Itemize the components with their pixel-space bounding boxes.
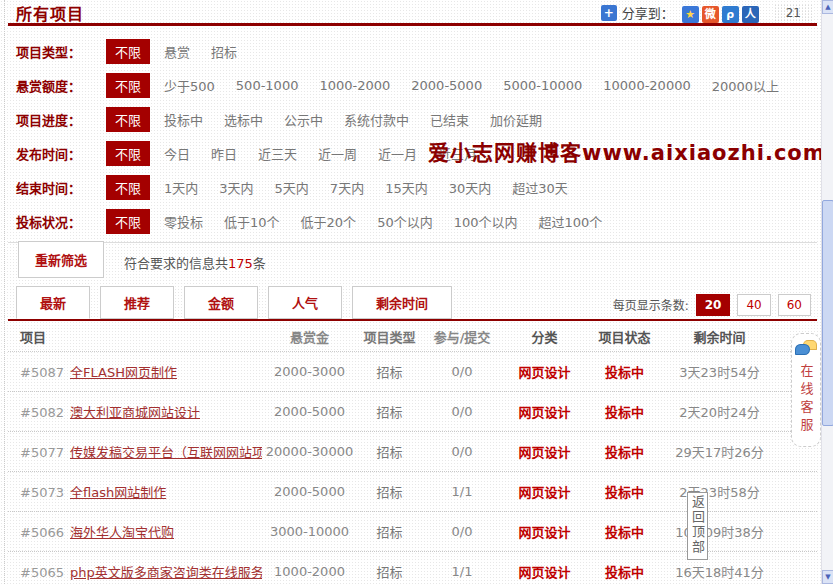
project-id: #5066	[20, 525, 64, 540]
filter-label: 项目类型：	[16, 42, 106, 61]
filter-option[interactable]: 不限	[106, 73, 150, 98]
project-cell: #5087全FLASH网页制作	[8, 362, 262, 381]
share-label: 分享到：	[622, 3, 674, 22]
share-plus-icon[interactable]: +	[601, 5, 617, 21]
filter-option[interactable]: 100个以内	[454, 212, 518, 231]
filter-option[interactable]: 零投标	[164, 212, 203, 231]
category-link[interactable]: 网页设计	[502, 442, 587, 461]
filter-option[interactable]: 30天内	[449, 178, 492, 197]
refilter-button[interactable]: 重新筛选	[18, 241, 104, 278]
filter-option[interactable]: 50个以内	[377, 212, 433, 231]
filter-option[interactable]: 今日	[164, 144, 190, 163]
filter-option[interactable]: 5000-10000	[503, 78, 582, 93]
filter-row-1: 悬赏额度：不限少于500500-10001000-20002000-500050…	[16, 68, 817, 102]
scrollbar-down-arrow-icon[interactable]: ▼	[822, 570, 833, 584]
filter-option[interactable]: 公示中	[284, 110, 323, 129]
category-link[interactable]: 网页设计	[502, 562, 587, 581]
tab-金额[interactable]: 金额	[184, 286, 258, 319]
filter-option[interactable]: 投标中	[164, 110, 203, 129]
filter-option[interactable]: 超过100个	[539, 212, 603, 231]
participation-cell: 0/0	[422, 444, 502, 459]
filter-option[interactable]: 近一周	[318, 144, 357, 163]
filter-option[interactable]: 1天内	[164, 178, 198, 197]
remaining-time-cell: 2天20时24分	[662, 402, 777, 421]
filter-option[interactable]: 选标中	[224, 110, 263, 129]
project-title-link[interactable]: 澳大利亚商城网站设计	[70, 405, 200, 420]
category-link[interactable]: 网页设计	[502, 402, 587, 421]
filter-option[interactable]: 不限	[106, 175, 150, 200]
project-title-link[interactable]: php英文版多商家咨询类在线服务平台	[70, 565, 262, 580]
filter-option[interactable]: 近一月	[378, 144, 417, 163]
sort-tabs: 最新推荐金额人气剩余时间	[16, 286, 462, 319]
per-page-option[interactable]: 20	[696, 294, 731, 316]
status-cell: 投标中	[587, 402, 662, 421]
filter-label: 结束时间：	[16, 178, 106, 197]
filter-option[interactable]: 低于10个	[224, 212, 280, 231]
filter-option[interactable]: 招标	[211, 42, 237, 61]
scrollbar-up-arrow-icon[interactable]: ▲	[822, 0, 833, 14]
filter-option[interactable]: 不限	[106, 209, 150, 234]
filter-option[interactable]: 不限	[106, 39, 150, 64]
summary-prefix: 符合要求的信息共	[124, 256, 228, 271]
category-link[interactable]: 网页设计	[502, 522, 587, 541]
filter-option[interactable]: 10000-20000	[603, 78, 690, 93]
filter-option[interactable]: 不限	[106, 141, 150, 166]
category-link[interactable]: 网页设计	[502, 482, 587, 501]
filter-option[interactable]: 已结束	[430, 110, 469, 129]
filter-option[interactable]: 近三天	[258, 144, 297, 163]
filter-option[interactable]: 加价延期	[490, 110, 542, 129]
filter-option[interactable]: 500-1000	[236, 78, 299, 93]
category-link[interactable]: 网页设计	[502, 362, 587, 381]
filter-option[interactable]: 悬赏	[164, 42, 190, 61]
per-page-selector: 每页显示条数: 204060	[613, 296, 811, 319]
per-page-options: 204060	[689, 298, 811, 312]
status-cell: 投标中	[587, 482, 662, 501]
remaining-time-cell: 10天09时38分	[662, 522, 777, 541]
tab-最新[interactable]: 最新	[16, 286, 90, 319]
filter-option[interactable]: 不限	[106, 107, 150, 132]
qzone-icon[interactable]: ★	[682, 6, 699, 23]
filter-row-5: 投标状况：不限零投标低于10个低于20个50个以内100个以内超过100个	[16, 204, 817, 238]
per-page-label: 每页显示条数:	[613, 296, 689, 313]
pengyou-icon[interactable]: ρ	[722, 6, 739, 23]
back-to-top-button[interactable]: 返回顶部	[687, 492, 708, 560]
filter-option[interactable]: 20000以上	[712, 76, 779, 95]
filter-option[interactable]: 超过30天	[512, 178, 568, 197]
filter-option[interactable]: 15天内	[385, 178, 428, 197]
project-id: #5073	[20, 485, 64, 500]
project-title-link[interactable]: 传媒发稿交易平台（互联网网站项目	[70, 445, 262, 460]
filter-option[interactable]: 昨日	[211, 144, 237, 163]
online-service-label: 在线客服	[797, 364, 816, 436]
back-to-top-label: 返回顶部	[688, 495, 707, 555]
filter-row-2: 项目进度：不限投标中选标中公示中系统付款中已结束加价延期	[16, 102, 817, 136]
table-row: #5082澳大利亚商城网站设计2000-5000招标0/0网页设计投标中2天20…	[8, 392, 817, 432]
weibo-icon[interactable]: 微	[702, 6, 719, 23]
filter-option[interactable]: 低于20个	[301, 212, 357, 231]
scrollbar-thumb[interactable]	[822, 200, 833, 426]
filter-option[interactable]: 3天内	[219, 178, 253, 197]
online-service-widget[interactable]: 在线客服	[791, 333, 821, 447]
project-cell: #5073全flash网站制作	[8, 482, 262, 501]
per-page-option[interactable]: 60	[778, 294, 811, 316]
scrollbar[interactable]: ▲ ▼	[821, 0, 833, 584]
filter-panel: 项目类型：不限悬赏招标悬赏额度：不限少于500500-10001000-2000…	[8, 26, 817, 238]
filter-option[interactable]: 7天内	[330, 178, 364, 197]
page: 所有项目 + 分享到： ★微ρ人 21 项目类型：不限悬赏招标悬赏额度：不限少于…	[0, 0, 833, 584]
per-page-option[interactable]: 40	[737, 294, 770, 316]
tab-推荐[interactable]: 推荐	[100, 286, 174, 319]
project-title-link[interactable]: 全flash网站制作	[70, 485, 166, 500]
share-icons: ★微ρ人	[679, 3, 759, 23]
tab-人气[interactable]: 人气	[268, 286, 342, 319]
filter-option[interactable]: 1000-2000	[319, 78, 390, 93]
filter-option[interactable]: 系统付款中	[344, 110, 409, 129]
project-title-link[interactable]: 全FLASH网页制作	[70, 365, 177, 380]
participation-cell: 0/0	[422, 404, 502, 419]
renren-icon[interactable]: 人	[742, 6, 759, 23]
filter-option[interactable]: 2000-5000	[411, 78, 482, 93]
filter-option[interactable]: 少于500	[164, 76, 215, 95]
table-row: #5087全FLASH网页制作2000-3000招标0/0网页设计投标中3天23…	[8, 352, 817, 392]
filter-option[interactable]: 5天内	[275, 178, 309, 197]
project-title-link[interactable]: 海外华人淘宝代购	[70, 525, 174, 540]
share-bar: + 分享到： ★微ρ人 21	[601, 3, 813, 23]
tab-剩余时间[interactable]: 剩余时间	[352, 286, 452, 319]
